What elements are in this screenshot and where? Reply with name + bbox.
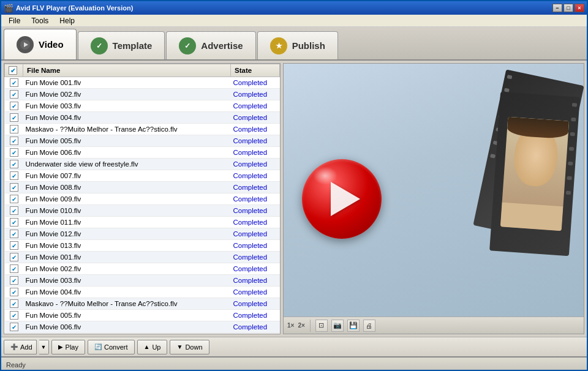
row-checkbox[interactable]: ✔ xyxy=(5,205,23,217)
checkbox-icon: ✔ xyxy=(10,160,18,168)
app-title: Avid FLV Player (Evaluation Version) xyxy=(16,4,133,12)
row-checkbox[interactable]: ✔ xyxy=(5,217,23,228)
table-row[interactable]: ✔Fun Movie 003.flvCompleted xyxy=(5,100,280,112)
template-icon: ✓ xyxy=(94,40,105,51)
header-checkbox[interactable]: ✔ xyxy=(9,66,17,75)
titlebar-left: 🎬 Avid FLV Player (Evaluation Version) xyxy=(4,4,133,13)
checkbox-icon: ✔ xyxy=(10,264,18,273)
table-row[interactable]: ✔Fun Movie 004.flvCompleted xyxy=(5,112,280,124)
preview-snapshot-button[interactable]: 📷 xyxy=(331,320,344,332)
row-state: Completed xyxy=(231,321,280,333)
maximize-button[interactable]: □ xyxy=(564,4,573,12)
row-state: Completed xyxy=(231,135,280,147)
minimize-button[interactable]: − xyxy=(552,4,562,12)
up-icon: ▲ xyxy=(144,343,150,350)
row-checkbox[interactable]: ✔ xyxy=(5,333,23,334)
table-row[interactable]: ✔Fun Movie 012.flvCompleted xyxy=(5,228,280,240)
row-checkbox[interactable]: ✔ xyxy=(5,124,23,135)
checkbox-icon: ✔ xyxy=(10,206,18,215)
row-checkbox[interactable]: ✔ xyxy=(5,252,23,263)
file-list-table: ✔ File Name State ✔Fun Movie 001.flvComp… xyxy=(4,64,280,334)
table-row[interactable]: ✔Fun Movie 005.flvCompleted xyxy=(5,135,280,147)
row-checkbox[interactable]: ✔ xyxy=(5,287,23,298)
table-row[interactable]: ✔Underwater side view of freestyle.flvCo… xyxy=(5,333,280,334)
row-checkbox[interactable]: ✔ xyxy=(5,170,23,182)
down-button[interactable]: ▼ Down xyxy=(170,340,209,354)
add-dropdown-button[interactable]: ▼ xyxy=(39,340,49,354)
table-row[interactable]: ✔Fun Movie 005.flvCompleted xyxy=(5,310,280,321)
table-row[interactable]: ✔Fun Movie 001.flvCompleted xyxy=(5,252,280,263)
menu-help[interactable]: Help xyxy=(55,15,80,26)
table-row[interactable]: ✔Fun Movie 004.flvCompleted xyxy=(5,287,280,298)
row-checkbox[interactable]: ✔ xyxy=(5,89,23,100)
table-row[interactable]: ✔Fun Movie 007.flvCompleted xyxy=(5,170,280,182)
file-table[interactable]: ✔ File Name State ✔Fun Movie 001.flvComp… xyxy=(4,64,280,334)
checkbox-icon: ✔ xyxy=(10,230,18,238)
titlebar: 🎬 Avid FLV Player (Evaluation Version) −… xyxy=(1,1,587,15)
row-checkbox[interactable]: ✔ xyxy=(5,135,23,147)
row-state: Completed xyxy=(231,89,280,100)
row-checkbox[interactable]: ✔ xyxy=(5,275,23,287)
table-row[interactable]: ✔Fun Movie 002.flvCompleted xyxy=(5,263,280,275)
row-checkbox[interactable]: ✔ xyxy=(5,182,23,193)
table-row[interactable]: ✔Maskavo - ??Muito Melhor - Transe Ac??s… xyxy=(5,124,280,135)
play-toolbar-button[interactable]: ▶ Play xyxy=(51,340,85,354)
row-state: Completed xyxy=(231,228,280,240)
row-checkbox[interactable]: ✔ xyxy=(5,112,23,124)
row-checkbox[interactable]: ✔ xyxy=(5,228,23,240)
add-button[interactable]: ➕ Add xyxy=(4,340,37,354)
row-checkbox[interactable]: ✔ xyxy=(5,159,23,170)
preview-save-button[interactable]: 💾 xyxy=(347,320,360,332)
table-row[interactable]: ✔Fun Movie 001.flvCompleted xyxy=(5,77,280,89)
preview-panel: 1× 2× ⊡ 📷 💾 🖨 xyxy=(283,63,584,334)
tab-template[interactable]: ✓ Template xyxy=(78,31,165,59)
play-button-container xyxy=(302,159,382,239)
shoulder xyxy=(500,202,564,231)
table-row[interactable]: ✔Fun Movie 010.flvCompleted xyxy=(5,205,280,217)
row-checkbox[interactable]: ✔ xyxy=(5,321,23,333)
zoom-1x-button[interactable]: 1× xyxy=(287,322,294,329)
menu-file[interactable]: File xyxy=(4,15,25,26)
convert-button[interactable]: 🔄 Convert xyxy=(88,340,135,354)
close-button[interactable]: × xyxy=(575,4,584,12)
table-row[interactable]: ✔Fun Movie 008.flvCompleted xyxy=(5,182,280,193)
row-checkbox[interactable]: ✔ xyxy=(5,100,23,112)
row-checkbox[interactable]: ✔ xyxy=(5,240,23,252)
tab-publish[interactable]: ★ Publish xyxy=(257,31,338,59)
video-icon xyxy=(20,39,31,50)
row-checkbox[interactable]: ✔ xyxy=(5,263,23,275)
up-button[interactable]: ▲ Up xyxy=(137,340,168,354)
row-checkbox[interactable]: ✔ xyxy=(5,310,23,321)
menu-tools[interactable]: Tools xyxy=(26,15,53,26)
row-checkbox[interactable]: ✔ xyxy=(5,193,23,205)
play-button[interactable] xyxy=(302,159,382,239)
row-checkbox[interactable]: ✔ xyxy=(5,147,23,159)
tab-video-label: Video xyxy=(39,39,64,50)
publish-tab-icon: ★ xyxy=(270,37,287,54)
zoom-2x-button[interactable]: 2× xyxy=(298,322,304,329)
table-row[interactable]: ✔Fun Movie 009.flvCompleted xyxy=(5,193,280,205)
preview-print-button[interactable]: 🖨 xyxy=(363,320,375,332)
table-row[interactable]: ✔Underwater side view of freestyle.flvCo… xyxy=(5,159,280,170)
tab-advertise[interactable]: ✓ Advertise xyxy=(166,31,255,59)
row-state: Completed xyxy=(231,287,280,298)
row-state: Completed xyxy=(231,275,280,287)
row-state: Completed xyxy=(231,77,280,89)
row-filename: Fun Movie 004.flv xyxy=(23,287,231,298)
table-row[interactable]: ✔Fun Movie 002.flvCompleted xyxy=(5,89,280,100)
status-text: Ready xyxy=(6,361,26,369)
row-filename: Fun Movie 012.flv xyxy=(23,228,231,240)
row-filename: Fun Movie 009.flv xyxy=(23,193,231,205)
preview-fit-button[interactable]: ⊡ xyxy=(315,320,328,332)
tab-video[interactable]: Video xyxy=(4,29,77,59)
table-row[interactable]: ✔Fun Movie 003.flvCompleted xyxy=(5,275,280,287)
row-checkbox[interactable]: ✔ xyxy=(5,77,23,89)
row-checkbox[interactable]: ✔ xyxy=(5,298,23,310)
table-row[interactable]: ✔Fun Movie 006.flvCompleted xyxy=(5,321,280,333)
row-filename: Fun Movie 001.flv xyxy=(23,252,231,263)
svg-text:★: ★ xyxy=(276,42,282,50)
table-row[interactable]: ✔Maskavo - ??Muito Melhor - Transe Ac??s… xyxy=(5,298,280,310)
table-row[interactable]: ✔Fun Movie 006.flvCompleted xyxy=(5,147,280,159)
table-row[interactable]: ✔Fun Movie 011.flvCompleted xyxy=(5,217,280,228)
table-row[interactable]: ✔Fun Movie 013.flvCompleted xyxy=(5,240,280,252)
